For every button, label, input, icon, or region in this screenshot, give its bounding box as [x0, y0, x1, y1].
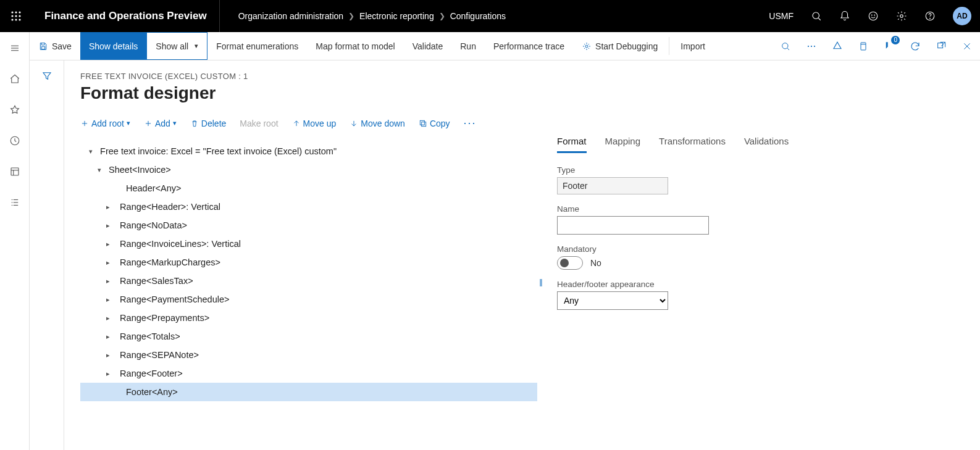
legal-entity[interactable]: USMF	[760, 11, 802, 21]
app-launcher-button[interactable]	[0, 0, 32, 32]
splitter-handle[interactable]: ‖	[537, 136, 545, 450]
name-label: Name	[557, 204, 964, 214]
messages-button[interactable]: 0	[876, 32, 902, 60]
move-up-button[interactable]: Move up	[292, 119, 337, 128]
tab-transformations[interactable]: Transformations	[659, 136, 726, 153]
chevron-right-icon: ❯	[348, 12, 354, 20]
tree-node[interactable]: ▸ Range<PaymentSchedule>	[80, 290, 537, 309]
delete-button[interactable]: Delete	[190, 119, 226, 128]
tree-node[interactable]: ▸ Range<Footer>	[80, 364, 537, 383]
name-input[interactable]	[557, 216, 709, 235]
favorites-button[interactable]	[5, 100, 25, 120]
tree-more-button[interactable]: ···	[464, 117, 477, 130]
tree-node[interactable]: ▸ Range<SalesTax>	[80, 272, 537, 290]
svg-point-5	[19, 15, 20, 17]
performance-trace-button[interactable]: Performance trace	[485, 32, 573, 60]
office-button[interactable]	[850, 32, 876, 60]
tree-node[interactable]: ▸ Range<MarkupCharges>	[80, 253, 537, 272]
expand-icon[interactable]: ▸	[104, 277, 112, 285]
close-button[interactable]	[954, 32, 980, 60]
tree-node[interactable]: ▸ Range<InvoiceLines>: Vertical	[80, 235, 537, 253]
expand-icon[interactable]: ▸	[104, 333, 112, 341]
user-avatar[interactable]: AD	[953, 7, 971, 25]
tab-format[interactable]: Format	[557, 136, 587, 153]
copy-button[interactable]: Copy	[419, 119, 450, 128]
more-options-button[interactable]: ···	[798, 32, 824, 60]
expand-icon[interactable]: ▸	[104, 240, 112, 248]
app-title: Finance and Operations Preview	[32, 0, 220, 32]
nav-expand-button[interactable]	[5, 38, 25, 58]
map-format-button[interactable]: Map format to model	[307, 32, 403, 60]
settings-button[interactable]	[887, 0, 916, 32]
tab-mapping[interactable]: Mapping	[605, 136, 641, 153]
tree-node[interactable]: Footer<Any>	[80, 383, 537, 401]
search-button[interactable]	[802, 0, 831, 32]
tree-node-label: Range<Totals>	[120, 331, 180, 341]
tree-node-root[interactable]: ▾ Free text invoice: Excel = "Free text …	[80, 142, 537, 160]
modules-button[interactable]	[5, 193, 25, 212]
tree-node[interactable]: ▸ Range<NoData>	[80, 216, 537, 235]
page-title: Format designer	[80, 83, 964, 103]
topbar-right: USMF AD	[760, 0, 980, 32]
import-button[interactable]: Import	[672, 32, 714, 60]
tree-node[interactable]: ▸ Range<Totals>	[80, 327, 537, 346]
collapse-icon[interactable]: ▾	[86, 148, 95, 156]
header-footer-select[interactable]: Any	[557, 291, 668, 310]
svg-point-12	[871, 15, 872, 15]
add-button[interactable]: Add▾	[144, 119, 177, 128]
svg-point-14	[900, 15, 903, 18]
recent-button[interactable]	[5, 131, 25, 151]
tree-node[interactable]: Header<Any>	[80, 179, 537, 198]
move-down-button[interactable]: Move down	[350, 119, 405, 128]
tree-node-sheet[interactable]: ▾ Sheet<Invoice>	[80, 160, 537, 179]
validate-button[interactable]: Validate	[404, 32, 452, 60]
nav-rail	[0, 32, 30, 450]
svg-point-3	[11, 15, 13, 17]
refresh-button[interactable]	[902, 32, 928, 60]
add-root-label: Add root	[91, 119, 124, 128]
properties-pane: Format Mapping Transformations Validatio…	[545, 136, 964, 450]
svg-rect-45	[422, 122, 426, 126]
expand-icon[interactable]: ▸	[104, 351, 112, 359]
tree-node-label: Range<NoData>	[120, 220, 187, 230]
tree-node-label: Range<InvoiceLines>: Vertical	[120, 239, 241, 249]
help-button[interactable]	[916, 0, 944, 32]
tab-validations[interactable]: Validations	[744, 136, 789, 153]
svg-rect-34	[861, 43, 866, 50]
tree-node[interactable]: ▸ Range<Header>: Vertical	[80, 198, 537, 216]
breadcrumb-item[interactable]: Configurations	[450, 11, 506, 21]
mandatory-toggle[interactable]	[557, 256, 583, 270]
start-debugging-button[interactable]: Start Debugging	[573, 32, 666, 60]
attachments-button[interactable]	[824, 32, 850, 60]
page-search-button[interactable]	[773, 32, 798, 60]
show-details-button[interactable]: Show details	[80, 32, 146, 60]
run-button[interactable]: Run	[451, 32, 485, 60]
notifications-button[interactable]	[831, 0, 859, 32]
expand-icon[interactable]: ▸	[104, 296, 112, 304]
show-all-button[interactable]: Show all ▾	[146, 32, 207, 60]
breadcrumb-item[interactable]: Electronic reporting	[359, 11, 434, 21]
save-label: Save	[52, 41, 72, 51]
popout-button[interactable]	[928, 32, 954, 60]
expand-icon[interactable]: ▸	[104, 222, 112, 230]
workspaces-button[interactable]	[5, 162, 25, 181]
add-root-button[interactable]: Add root▾	[80, 119, 130, 128]
expand-icon[interactable]: ▸	[104, 203, 112, 211]
tree-node[interactable]: ▸ Range<Prepayments>	[80, 309, 537, 327]
tree-node-label: Range<SEPANote>	[120, 350, 199, 360]
tree-node[interactable]: ▸ Range<SEPANote>	[80, 346, 537, 364]
format-enumerations-button[interactable]: Format enumerations	[207, 32, 307, 60]
feedback-button[interactable]	[859, 0, 887, 32]
home-button[interactable]	[5, 69, 25, 89]
svg-rect-21	[11, 168, 19, 175]
chevron-right-icon: ❯	[439, 12, 445, 20]
tree-node-label: Footer<Any>	[126, 387, 178, 397]
svg-line-33	[787, 48, 789, 50]
save-button[interactable]: Save	[30, 32, 80, 60]
expand-icon[interactable]: ▸	[104, 314, 112, 322]
expand-icon[interactable]: ▸	[104, 370, 112, 378]
expand-icon[interactable]: ▸	[104, 259, 112, 267]
filter-pane-toggle[interactable]	[30, 60, 64, 450]
collapse-icon[interactable]: ▾	[95, 166, 104, 174]
breadcrumb-item[interactable]: Organization administration	[238, 11, 343, 21]
